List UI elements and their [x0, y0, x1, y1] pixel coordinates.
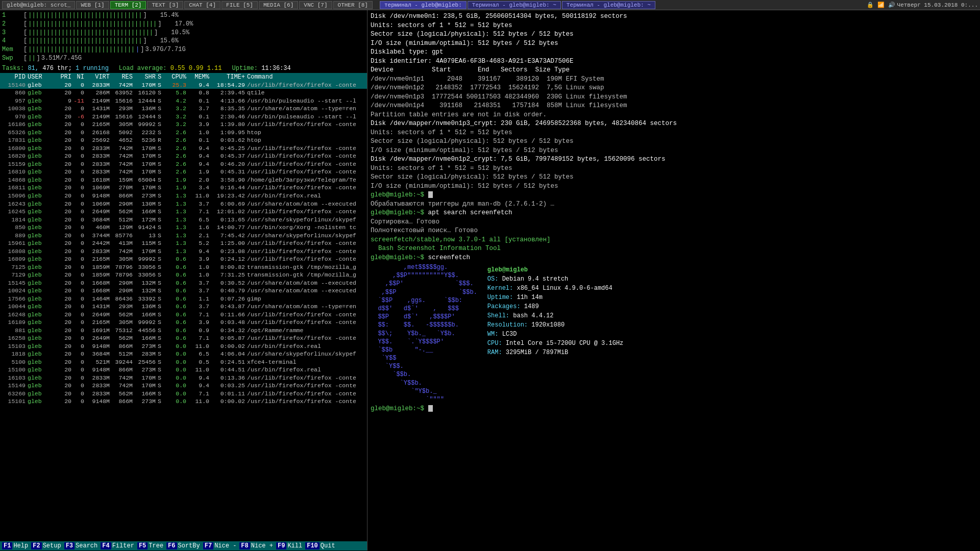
- taskbar-item-term[interactable]: TERM [2]: [110, 1, 146, 9]
- taskbar-item-other[interactable]: OTHER [8]: [333, 1, 373, 9]
- table-row[interactable]: 17831 gleb 20 0 25692 4652 5236 R 2.6 0.…: [0, 136, 367, 144]
- taskbar-terminal-2[interactable]: Терминал - gleb@migleb: ~: [468, 1, 561, 9]
- table-row[interactable]: 16800 gleb 20 0 2833M 742M 170M S 2.6 9.…: [0, 144, 367, 153]
- fkey-sortby[interactable]: F6SortBy: [166, 542, 201, 549]
- table-row[interactable]: 15145 gleb 20 0 1668M 290M 132M S 0.6 3.…: [0, 279, 367, 287]
- fkey-quit[interactable]: F10Quit: [305, 542, 336, 549]
- table-row[interactable]: 16189 gleb 20 0 2165M 305M 99992 S 0.6 3…: [0, 318, 367, 327]
- table-row[interactable]: 7129 gleb 20 0 1859M 78796 33056 S 0.6 1…: [0, 271, 367, 279]
- table-row[interactable]: 15961 gleb 20 0 2442M 413M 115M S 1.3 5.…: [0, 239, 367, 247]
- cpu4-label: 4: [2, 37, 22, 45]
- table-row[interactable]: 15101 gleb 20 0 9148M 866M 273M S 0.0 11…: [0, 397, 367, 406]
- term-line: /dev/nvme0n1p2 2148352 17772543 15624192…: [371, 84, 977, 93]
- table-row[interactable]: 15140 gleb 20 0 2833M 742M 170M S 25.3 9…: [0, 81, 367, 89]
- term-line: Partition table entries are not in disk …: [371, 111, 977, 120]
- taskbar-icons: 🔒 📶 🔊: [867, 2, 895, 8]
- term-line: Disk /dev/nvme0n1: 238,5 GiB, 2560605143…: [371, 12, 977, 21]
- taskbar-item-text[interactable]: TEXT [3]: [147, 1, 183, 9]
- table-row[interactable]: 10024 gleb 20 0 1668M 290M 132M S 0.6 3.…: [0, 287, 367, 295]
- table-row[interactable]: 16258 gleb 20 0 2649M 562M 166M S 0.6 7.…: [0, 334, 367, 342]
- fkey-help[interactable]: F1Help: [2, 542, 29, 549]
- fkey-setup[interactable]: F2Setup: [31, 542, 62, 549]
- taskbar-item-scrot[interactable]: gleb@migleb: scrot_: [2, 1, 75, 9]
- term-line: gleb@migleb:~$ apt search screenfetch: [371, 209, 977, 218]
- taskbar-datetime: Четверг 15.03.2018 0:...: [897, 2, 978, 8]
- term-line: Disk identifier: 4A079EA6-6F3B-4683-A921…: [371, 57, 977, 66]
- sf-packages: Packages: 1489: [487, 302, 623, 311]
- taskbar-right: 🔒 📶 🔊 Четверг 15.03.2018 0:...: [867, 2, 978, 8]
- sf-uptime: Uptime: 11h 14m: [487, 293, 623, 302]
- taskbar-item-vnc[interactable]: VNC [7]: [299, 1, 332, 9]
- table-row[interactable]: 14868 gleb 20 0 1618M 159M 65004 S 1.9 2…: [0, 176, 367, 184]
- sf-cpu: CPU: Intel Core i5-7200U CPU @ 3.1GHz: [487, 339, 623, 348]
- terminal-panel: Disk /dev/nvme0n1: 238,5 GiB, 2560605143…: [368, 10, 980, 550]
- table-row[interactable]: 1818 gleb 20 0 3684M 512M 283M S 0.0 6.5…: [0, 350, 367, 358]
- fkey-filter[interactable]: F4Filter: [101, 542, 135, 549]
- table-row[interactable]: 15159 gleb 20 0 2833M 742M 170M S 2.6 9.…: [0, 160, 367, 168]
- table-row[interactable]: 10044 gleb 20 0 1431M 293M 136M S 0.6 3.…: [0, 303, 367, 311]
- term-line: I/O size (minimum/optimal): 512 bytes / …: [371, 182, 977, 191]
- htop-processes-list: 15140 gleb 20 0 2833M 742M 170M S 25.3 9…: [0, 81, 367, 541]
- term-line: screenfetch/stable,now 3.7.0-1 all [уста…: [371, 236, 977, 245]
- table-row[interactable]: 1814 gleb 20 0 3684M 512M 172M S 1.3 6.5…: [0, 216, 367, 224]
- taskbar-item-chat[interactable]: CHAT [4]: [184, 1, 220, 9]
- term-line: Обрабатываются триггеры для man-db (2.7.…: [371, 200, 977, 209]
- term-line: gleb@migleb:~$: [371, 191, 977, 200]
- table-row[interactable]: 15149 gleb 20 0 2833M 742M 170M S 0.0 9.…: [0, 382, 367, 390]
- table-row[interactable]: 7125 gleb 20 0 1859M 78796 33056 S 0.6 1…: [0, 263, 367, 271]
- term-line: Bash Screenshot Information Tool: [371, 244, 977, 254]
- table-row[interactable]: 15103 gleb 20 0 9148M 866M 273M S 0.0 11…: [0, 342, 367, 350]
- fkey-search[interactable]: F3Search: [64, 542, 99, 549]
- fkey-nice -[interactable]: F7Nice -: [203, 542, 238, 549]
- table-row[interactable]: 16245 gleb 20 0 2649M 562M 166M S 1.3 7.…: [0, 208, 367, 216]
- term-line: Disk /dev/mapper/nvme0n1p3_crypt: 230 Gi…: [371, 119, 977, 129]
- taskbar-item-file[interactable]: FILE [5]: [222, 1, 258, 9]
- table-row[interactable]: 10038 gleb 20 0 1431M 293M 136M S 3.2 3.…: [0, 105, 367, 113]
- table-row[interactable]: 17566 gleb 20 0 1464M 86436 33392 S 0.6 …: [0, 295, 367, 303]
- htop-panel: 1 [ ||||||||||||||||||||||||||||||| ] 15…: [0, 10, 368, 550]
- table-row[interactable]: 16248 gleb 20 0 2649M 562M 166M S 0.6 7.…: [0, 311, 367, 319]
- cpu1-label: 1: [2, 11, 22, 20]
- term-line: I/O size (minimum/optimal): 512 bytes / …: [371, 146, 977, 156]
- table-row[interactable]: 63260 gleb 20 0 2833M 562M 166M S 0.0 7.…: [0, 390, 367, 398]
- sf-kernel: Kernel: x86_64 Linux 4.9.0-6-amd64: [487, 284, 623, 293]
- term-line: Sector size (logical/physical): 512 byte…: [371, 173, 977, 182]
- table-row[interactable]: 957 gleb 9 -11 2149M 15616 12444 S 4.2 0…: [0, 97, 367, 105]
- term-line: Disklabel type: gpt: [371, 48, 977, 57]
- table-row[interactable]: 850 gleb 20 0 460M 129M 91424 S 1.3 1.6 …: [0, 223, 367, 232]
- taskbar-item-media[interactable]: MEDIA [6]: [259, 1, 298, 9]
- table-row[interactable]: 5100 gleb 20 0 521M 39244 25456 S 0.0 0.…: [0, 358, 367, 366]
- sf-user-host: gleb@migleb: [487, 265, 623, 274]
- term-line: Units: sectors of 1 * 512 = 512 bytes: [371, 129, 977, 138]
- mem-label: Mem: [2, 45, 22, 54]
- table-row[interactable]: 16810 gleb 20 0 2833M 742M 170M S 2.6 1.…: [0, 168, 367, 176]
- table-row[interactable]: 16243 gleb 20 0 1069M 290M 130M S 1.3 3.…: [0, 200, 367, 208]
- table-row[interactable]: 860 gleb 20 0 286M 63952 16120 S 5.8 0.8…: [0, 89, 367, 97]
- fkey-nice +[interactable]: F8Nice +: [239, 542, 274, 549]
- fkey-tree[interactable]: F5Tree: [137, 542, 164, 549]
- table-row[interactable]: 889 gleb 20 0 3744M 85776 13 S 1.3 2.1 7…: [0, 232, 367, 240]
- table-row[interactable]: 16808 gleb 20 0 2833M 742M 170M S 1.3 9.…: [0, 247, 367, 256]
- term-line: gleb@migleb:~$ screenfetch: [371, 254, 977, 263]
- fkey-kill[interactable]: F9Kill: [276, 542, 303, 549]
- htop-fkeys: F1HelpF2SetupF3SearchF4FilterF5TreeF6Sor…: [0, 541, 367, 550]
- term-line: /dev/nvme0n1p1 2048 391167 389120 190M E…: [371, 75, 977, 84]
- taskbar-terminal-1[interactable]: терминал - gleb@migleb:: [380, 1, 467, 9]
- table-row[interactable]: 16820 gleb 20 0 2833M 742M 170M S 2.6 9.…: [0, 152, 367, 160]
- taskbar-item-web[interactable]: WEB [1]: [76, 1, 109, 9]
- term-line: /dev/nvme0n1p3 17772544 500117503 482344…: [371, 93, 977, 102]
- table-row[interactable]: 16186 gleb 20 0 2165M 305M 99992 S 3.2 3…: [0, 120, 367, 129]
- taskbar-terminal-3[interactable]: Терминал - gleb@migleb: ~: [562, 1, 655, 9]
- table-row[interactable]: 16103 gleb 20 0 2833M 742M 170M S 0.0 9.…: [0, 374, 367, 382]
- term-line: /dev/nvme0n1p4 391168 2148351 1757184 85…: [371, 102, 977, 111]
- table-row[interactable]: 15096 gleb 20 0 9148M 866M 273M S 1.3 11…: [0, 192, 367, 200]
- table-row[interactable]: 16811 gleb 20 0 1069M 270M 170M S 1.9 3.…: [0, 184, 367, 192]
- table-row[interactable]: 65326 gleb 20 0 26168 5092 2232 S 2.6 1.…: [0, 129, 367, 137]
- term-line: gleb@migleb:~$: [371, 405, 977, 414]
- term-line: Sector size (logical/physical): 512 byte…: [371, 137, 977, 146]
- table-row[interactable]: 16809 gleb 20 0 2165M 305M 99992 S 0.6 3…: [0, 255, 367, 263]
- table-row[interactable]: 881 gleb 20 0 1691M 75312 44556 S 0.6 0.…: [0, 327, 367, 335]
- sf-wm: WM: LC3D: [487, 330, 623, 339]
- table-row[interactable]: 970 gleb 20 -6 2149M 15616 12444 S 3.2 0…: [0, 113, 367, 121]
- table-row[interactable]: 15100 gleb 20 0 9148M 866M 273M S 0.0 11…: [0, 366, 367, 374]
